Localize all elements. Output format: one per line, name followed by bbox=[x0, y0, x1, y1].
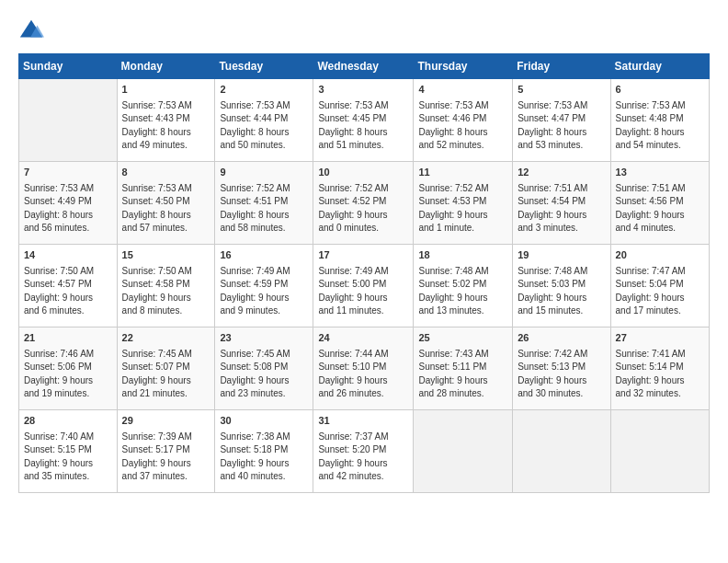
day-number: 1 bbox=[122, 83, 210, 98]
day-info: Sunrise: 7:47 AM Sunset: 5:04 PM Dayligh… bbox=[616, 265, 704, 318]
day-info: Sunrise: 7:45 AM Sunset: 5:08 PM Dayligh… bbox=[220, 348, 308, 401]
day-number: 16 bbox=[220, 248, 308, 263]
calendar-day-cell: 14Sunrise: 7:50 AM Sunset: 4:57 PM Dayli… bbox=[19, 245, 118, 327]
day-number: 10 bbox=[318, 166, 408, 180]
calendar-day-cell: 12Sunrise: 7:51 AM Sunset: 4:54 PM Dayli… bbox=[513, 162, 610, 245]
day-info: Sunrise: 7:42 AM Sunset: 5:13 PM Dayligh… bbox=[518, 348, 605, 401]
calendar-day-cell: 21Sunrise: 7:46 AM Sunset: 5:06 PM Dayli… bbox=[19, 327, 118, 410]
day-info: Sunrise: 7:51 AM Sunset: 4:56 PM Dayligh… bbox=[616, 182, 704, 236]
day-number: 19 bbox=[518, 248, 605, 263]
calendar-day-cell: 1Sunrise: 7:53 AM Sunset: 4:43 PM Daylig… bbox=[117, 79, 215, 162]
day-info: Sunrise: 7:48 AM Sunset: 5:03 PM Dayligh… bbox=[518, 265, 605, 318]
weekday-header: Tuesday bbox=[215, 54, 313, 79]
weekday-header: Monday bbox=[117, 54, 215, 79]
day-number: 12 bbox=[518, 166, 605, 180]
day-number: 26 bbox=[518, 331, 605, 346]
calendar-day-cell bbox=[19, 79, 118, 162]
logo-icon bbox=[18, 18, 44, 44]
day-number: 9 bbox=[220, 166, 308, 180]
day-info: Sunrise: 7:46 AM Sunset: 5:06 PM Dayligh… bbox=[24, 348, 112, 401]
day-info: Sunrise: 7:53 AM Sunset: 4:49 PM Dayligh… bbox=[24, 182, 112, 236]
day-number: 15 bbox=[122, 248, 210, 263]
day-info: Sunrise: 7:52 AM Sunset: 4:52 PM Dayligh… bbox=[318, 182, 408, 236]
calendar-day-cell: 3Sunrise: 7:53 AM Sunset: 4:45 PM Daylig… bbox=[313, 79, 414, 162]
calendar-day-cell: 10Sunrise: 7:52 AM Sunset: 4:52 PM Dayli… bbox=[313, 162, 414, 245]
weekday-header: Thursday bbox=[414, 54, 513, 79]
day-number: 31 bbox=[318, 414, 408, 429]
day-number: 29 bbox=[122, 414, 210, 429]
day-number: 28 bbox=[24, 414, 112, 429]
calendar-day-cell: 26Sunrise: 7:42 AM Sunset: 5:13 PM Dayli… bbox=[513, 327, 610, 410]
calendar-day-cell: 5Sunrise: 7:53 AM Sunset: 4:47 PM Daylig… bbox=[513, 79, 610, 162]
weekday-header: Saturday bbox=[610, 54, 709, 79]
day-info: Sunrise: 7:52 AM Sunset: 4:51 PM Dayligh… bbox=[220, 182, 308, 236]
calendar-day-cell: 24Sunrise: 7:44 AM Sunset: 5:10 PM Dayli… bbox=[313, 327, 414, 410]
calendar-table: SundayMondayTuesdayWednesdayThursdayFrid… bbox=[18, 53, 710, 493]
calendar-day-cell bbox=[513, 410, 610, 493]
day-info: Sunrise: 7:50 AM Sunset: 4:58 PM Dayligh… bbox=[122, 265, 210, 318]
calendar-day-cell: 22Sunrise: 7:45 AM Sunset: 5:07 PM Dayli… bbox=[117, 327, 215, 410]
calendar-day-cell: 8Sunrise: 7:53 AM Sunset: 4:50 PM Daylig… bbox=[117, 162, 215, 245]
calendar-day-cell: 31Sunrise: 7:37 AM Sunset: 5:20 PM Dayli… bbox=[313, 410, 414, 493]
day-info: Sunrise: 7:49 AM Sunset: 4:59 PM Dayligh… bbox=[220, 265, 308, 318]
calendar-day-cell: 20Sunrise: 7:47 AM Sunset: 5:04 PM Dayli… bbox=[610, 245, 709, 327]
day-number: 8 bbox=[122, 166, 210, 180]
calendar-day-cell: 11Sunrise: 7:52 AM Sunset: 4:53 PM Dayli… bbox=[414, 162, 513, 245]
day-number: 13 bbox=[616, 166, 704, 180]
weekday-header: Friday bbox=[513, 54, 610, 79]
day-info: Sunrise: 7:53 AM Sunset: 4:48 PM Dayligh… bbox=[616, 99, 704, 153]
calendar-day-cell: 18Sunrise: 7:48 AM Sunset: 5:02 PM Dayli… bbox=[414, 245, 513, 327]
header-row: SundayMondayTuesdayWednesdayThursdayFrid… bbox=[19, 54, 710, 79]
day-number: 24 bbox=[318, 331, 408, 346]
calendar-week-row: 7Sunrise: 7:53 AM Sunset: 4:49 PM Daylig… bbox=[19, 162, 710, 245]
day-info: Sunrise: 7:43 AM Sunset: 5:11 PM Dayligh… bbox=[418, 348, 507, 401]
calendar-day-cell: 6Sunrise: 7:53 AM Sunset: 4:48 PM Daylig… bbox=[610, 79, 709, 162]
day-number: 2 bbox=[220, 83, 308, 98]
calendar-day-cell: 4Sunrise: 7:53 AM Sunset: 4:46 PM Daylig… bbox=[414, 79, 513, 162]
calendar-day-cell: 19Sunrise: 7:48 AM Sunset: 5:03 PM Dayli… bbox=[513, 245, 610, 327]
calendar-day-cell: 15Sunrise: 7:50 AM Sunset: 4:58 PM Dayli… bbox=[117, 245, 215, 327]
day-number: 14 bbox=[24, 248, 112, 263]
day-info: Sunrise: 7:53 AM Sunset: 4:50 PM Dayligh… bbox=[122, 182, 210, 236]
day-info: Sunrise: 7:50 AM Sunset: 4:57 PM Dayligh… bbox=[24, 265, 112, 318]
calendar-day-cell: 13Sunrise: 7:51 AM Sunset: 4:56 PM Dayli… bbox=[610, 162, 709, 245]
day-number: 23 bbox=[220, 331, 308, 346]
calendar-day-cell: 25Sunrise: 7:43 AM Sunset: 5:11 PM Dayli… bbox=[414, 327, 513, 410]
calendar-week-row: 1Sunrise: 7:53 AM Sunset: 4:43 PM Daylig… bbox=[19, 79, 710, 162]
day-info: Sunrise: 7:53 AM Sunset: 4:45 PM Dayligh… bbox=[318, 99, 408, 153]
day-number: 30 bbox=[220, 414, 308, 429]
day-number: 6 bbox=[616, 83, 704, 98]
calendar-day-cell: 2Sunrise: 7:53 AM Sunset: 4:44 PM Daylig… bbox=[215, 79, 313, 162]
page-header bbox=[18, 18, 710, 44]
day-number: 22 bbox=[122, 331, 210, 346]
calendar-day-cell: 27Sunrise: 7:41 AM Sunset: 5:14 PM Dayli… bbox=[610, 327, 709, 410]
calendar-day-cell: 30Sunrise: 7:38 AM Sunset: 5:18 PM Dayli… bbox=[215, 410, 313, 493]
calendar-week-row: 21Sunrise: 7:46 AM Sunset: 5:06 PM Dayli… bbox=[19, 327, 710, 410]
day-info: Sunrise: 7:52 AM Sunset: 4:53 PM Dayligh… bbox=[418, 182, 507, 236]
day-info: Sunrise: 7:37 AM Sunset: 5:20 PM Dayligh… bbox=[318, 431, 408, 484]
calendar-day-cell: 28Sunrise: 7:40 AM Sunset: 5:15 PM Dayli… bbox=[19, 410, 118, 493]
day-info: Sunrise: 7:53 AM Sunset: 4:43 PM Dayligh… bbox=[122, 99, 210, 153]
day-info: Sunrise: 7:53 AM Sunset: 4:47 PM Dayligh… bbox=[518, 99, 605, 153]
weekday-header: Sunday bbox=[19, 54, 118, 79]
day-info: Sunrise: 7:45 AM Sunset: 5:07 PM Dayligh… bbox=[122, 348, 210, 401]
day-info: Sunrise: 7:53 AM Sunset: 4:46 PM Dayligh… bbox=[418, 99, 507, 153]
day-number: 25 bbox=[418, 331, 507, 346]
day-number: 7 bbox=[24, 166, 112, 180]
day-number: 20 bbox=[616, 248, 704, 263]
calendar-day-cell: 17Sunrise: 7:49 AM Sunset: 5:00 PM Dayli… bbox=[313, 245, 414, 327]
day-info: Sunrise: 7:51 AM Sunset: 4:54 PM Dayligh… bbox=[518, 182, 605, 236]
day-number: 18 bbox=[418, 248, 507, 263]
day-info: Sunrise: 7:48 AM Sunset: 5:02 PM Dayligh… bbox=[418, 265, 507, 318]
day-info: Sunrise: 7:44 AM Sunset: 5:10 PM Dayligh… bbox=[318, 348, 408, 401]
day-info: Sunrise: 7:49 AM Sunset: 5:00 PM Dayligh… bbox=[318, 265, 408, 318]
calendar-day-cell: 16Sunrise: 7:49 AM Sunset: 4:59 PM Dayli… bbox=[215, 245, 313, 327]
calendar-week-row: 14Sunrise: 7:50 AM Sunset: 4:57 PM Dayli… bbox=[19, 245, 710, 327]
day-number: 5 bbox=[518, 83, 605, 98]
day-number: 3 bbox=[318, 83, 408, 98]
day-info: Sunrise: 7:38 AM Sunset: 5:18 PM Dayligh… bbox=[220, 431, 308, 484]
day-number: 27 bbox=[616, 331, 704, 346]
day-info: Sunrise: 7:39 AM Sunset: 5:17 PM Dayligh… bbox=[122, 431, 210, 484]
calendar-week-row: 28Sunrise: 7:40 AM Sunset: 5:15 PM Dayli… bbox=[19, 410, 710, 493]
logo bbox=[18, 18, 48, 44]
